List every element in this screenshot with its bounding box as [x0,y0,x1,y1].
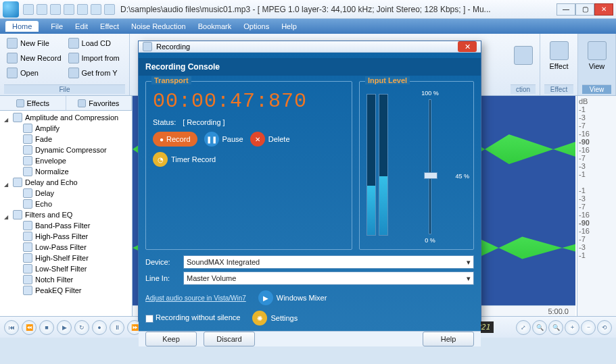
tree-item[interactable]: Echo [1,199,131,209]
tree-item[interactable]: Normalize [1,166,131,177]
menu-home[interactable]: Home [5,21,39,32]
discard-button[interactable]: Discard [204,332,255,346]
input-level-slider[interactable] [429,99,431,234]
tree-item[interactable]: Band-Pass Filter [1,220,131,231]
tree-node-icon [23,124,32,133]
play-loop-button[interactable]: ↻ [74,320,89,335]
qat-open-icon[interactable] [23,4,34,15]
pause-btn[interactable]: ❚❚Pause [204,132,243,147]
play-button[interactable]: ▶ [57,320,72,335]
tree-category[interactable]: Amplitude and Compression [1,112,131,123]
zoom-selection-button[interactable]: 🔍 [532,320,547,335]
tree-category[interactable]: Filters and EQ [1,209,131,220]
menu-file[interactable]: File [51,22,63,30]
ribbon-new-record[interactable]: New Record [4,51,64,65]
qat-save-icon[interactable] [50,4,61,15]
tree-item[interactable]: Delay [1,188,131,199]
menu-edit[interactable]: Edit [75,22,88,30]
qat-import-icon[interactable] [37,4,47,15]
ribbon-view-button[interactable]: View [582,36,611,74]
tree-node-icon [23,188,32,198]
menu-bookmark[interactable]: Bookmark [198,22,232,30]
delete-btn[interactable]: ✕Delete [250,132,290,147]
dialog-close-button[interactable]: ✕ [458,41,477,52]
tree-node-label: Normalize [35,167,69,176]
tree-item[interactable]: Low-Pass Filter [1,242,131,253]
new-record-icon [7,53,18,63]
help-button[interactable]: Help [423,332,474,346]
linein-select[interactable]: Master Volume [183,271,474,285]
record-button[interactable]: ● [92,320,107,335]
qat-more-icon[interactable] [104,4,115,15]
menu-help[interactable]: Help [281,22,297,30]
settings-btn[interactable]: ✺Settings [252,311,298,326]
tree-item[interactable]: High-Pass Filter [1,231,131,242]
ribbon-load-cd[interactable]: Load CD [66,36,122,50]
tree-item[interactable]: Notch Filter [1,274,131,285]
menu-options[interactable]: Options [243,22,269,30]
tree-item[interactable]: Amplify [1,123,131,134]
zoom-fit-button[interactable]: ⤢ [516,320,531,335]
tree-item[interactable]: High-Shelf Filter [1,253,131,263]
tree-item[interactable]: PeakEQ Filter [1,285,131,296]
ribbon-get-from-y[interactable]: Get from Y [66,66,122,80]
timer-record-btn[interactable]: ◔Timer Record [153,152,345,167]
stop-button[interactable]: ■ [39,320,54,335]
expand-icon [4,115,10,121]
qat-undo-icon[interactable] [64,4,74,15]
keep-button[interactable]: Keep [145,332,197,346]
tab-favorites[interactable]: Favorites [66,96,133,110]
expand-icon [4,212,10,218]
pause-button[interactable]: ⏸ [110,320,124,335]
tree-item[interactable]: Fade [1,134,131,145]
tree-node-icon [23,221,32,230]
tree-item[interactable]: Low-Shelf Filter [1,263,131,274]
adjust-source-link[interactable]: Adjust audio source in Vista/Win7 [145,294,246,302]
delete-icon: ✕ [250,132,265,147]
zoom-reset-button[interactable]: ⟲ [597,320,612,335]
tree-node-label: Band-Pass Filter [35,222,90,230]
window-buttons: — ▢ ✕ [556,3,613,16]
tree-node-label: Delay [35,189,54,197]
ribbon-effect-button[interactable]: Effect [544,36,573,74]
ribbon-open[interactable]: Open [4,66,64,80]
ribbon-import-from[interactable]: Import from [66,51,122,65]
db-scale: dB -1-3-7-16 -90-16-7-3-1 -1-3-7-16 -90-… [577,96,616,316]
tree-node-icon [23,199,32,209]
tree-node-icon [23,242,32,252]
tree-node-icon [23,275,32,284]
tab-effects[interactable]: Effects [0,96,66,110]
menu-noise-reduction[interactable]: Noise Reduction [131,22,186,30]
status-label: Status: [153,118,176,126]
goto-start-button[interactable]: ⏮ [4,320,19,335]
record-btn[interactable]: ● Record [153,132,197,147]
tree-item[interactable]: Dynamic Compressor [1,145,131,155]
zoom-y-button[interactable]: 🔍 [548,320,563,335]
ribbon-new-file[interactable]: New File [4,36,64,50]
minimize-button[interactable]: — [556,3,575,16]
tree-item[interactable]: Envelope [1,155,131,166]
dialog-titlebar[interactable]: Recording ✕ [139,41,481,53]
effects-tree[interactable]: Amplitude and CompressionAmplifyFadeDyna… [0,111,132,316]
gear-icon: ✺ [252,311,267,326]
tree-category[interactable]: Delay and Echo [1,177,131,188]
rewind-button[interactable]: ⏪ [22,320,37,335]
ribbon-group-file: File [4,84,125,94]
tree-node-label: Echo [35,200,52,208]
qat-redo-icon[interactable] [77,4,88,15]
zoom-out-button[interactable]: － [581,320,596,335]
rec-without-silence-checkbox[interactable]: Recording without silence [145,313,240,322]
device-select[interactable]: SoundMAX Integrated [183,255,474,269]
menu-effect[interactable]: Effect [100,22,119,30]
tree-node-label: High-Pass Filter [35,232,88,240]
tree-node-icon [13,113,22,122]
windows-mixer-btn[interactable]: ▶Windows Mixer [258,290,327,305]
zoom-in-button[interactable]: ＋ [565,320,579,335]
tree-node-label: Filters and EQ [25,211,72,219]
close-button[interactable]: ✕ [594,3,613,16]
app-orb-icon[interactable] [3,1,19,18]
linein-label: Line In: [145,274,179,282]
qat-refresh-icon[interactable] [91,4,101,15]
maximize-button[interactable]: ▢ [575,3,594,16]
tree-node-label: Fade [35,135,52,143]
